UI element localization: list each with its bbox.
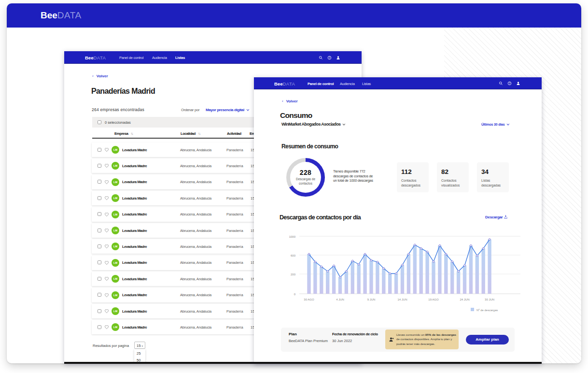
svg-text:Nº de descargas: Nº de descargas: [476, 309, 498, 312]
svg-text:9 JUN: 9 JUN: [367, 298, 376, 301]
svg-text:600: 600: [291, 254, 296, 257]
svg-text:24 JUN: 24 JUN: [460, 298, 469, 301]
svg-text:200: 200: [291, 273, 296, 276]
svg-text:14 JUN: 14 JUN: [397, 298, 407, 301]
svg-text:0: 0: [294, 293, 296, 296]
svg-text:1000: 1000: [289, 235, 296, 238]
svg-text:4 JUN: 4 JUN: [336, 298, 344, 301]
svg-text:30 JUN: 30 JUN: [485, 298, 494, 301]
svg-text:19 AGO: 19 AGO: [428, 298, 439, 301]
svg-text:30 AGO: 30 AGO: [304, 298, 314, 301]
